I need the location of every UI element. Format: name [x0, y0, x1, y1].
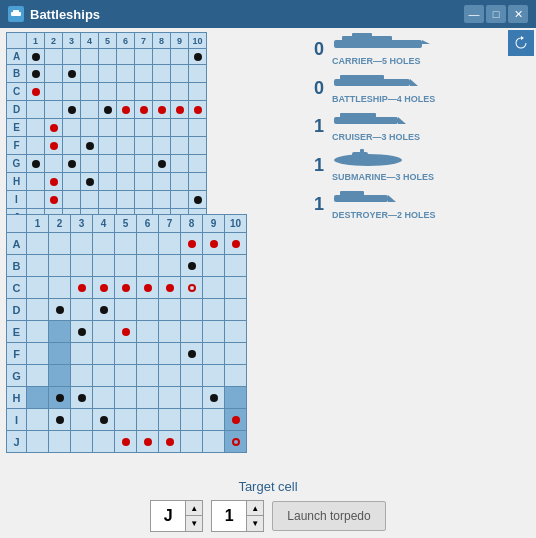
app-icon: [8, 6, 24, 22]
window-title: Battleships: [30, 7, 100, 22]
carrier-count: 0: [314, 39, 328, 60]
launch-torpedo-button[interactable]: Launch torpedo: [272, 501, 385, 531]
minimize-button[interactable]: —: [464, 5, 484, 23]
carrier-label: CARRIER—5 HOLES: [332, 56, 432, 66]
cruiser-count: 1: [314, 116, 328, 137]
target-cell-label: Target cell: [238, 479, 297, 494]
target-controls-row: ▲ ▼ ▲ ▼ Launch torpedo: [150, 500, 385, 532]
title-bar-left: Battleships: [8, 6, 100, 22]
svg-rect-14: [360, 149, 364, 154]
reload-button[interactable]: [508, 30, 534, 56]
col-input[interactable]: [212, 501, 246, 531]
window: Battleships — □ ✕ 0: [0, 0, 536, 538]
svg-rect-4: [352, 33, 372, 38]
reload-icon: [513, 35, 529, 51]
player-board: 1 2 3 4 5 6 7 8 9 10 A: [6, 32, 207, 227]
svg-marker-17: [388, 195, 396, 202]
row-input[interactable]: [151, 501, 185, 531]
destroyer-ship: DESTROYER—2 HOLES: [332, 188, 436, 220]
close-button[interactable]: ✕: [508, 5, 528, 23]
svg-marker-11: [398, 117, 406, 124]
row-up-button[interactable]: ▲: [186, 501, 202, 516]
destroyer-label: DESTROYER—2 HOLES: [332, 210, 436, 220]
col-up-button[interactable]: ▲: [247, 501, 263, 516]
battleship-ship: BATTLESHIP—4 HOLES: [332, 72, 435, 104]
col-spinner-buttons: ▲ ▼: [246, 501, 263, 531]
svg-rect-1: [13, 10, 19, 13]
svg-rect-10: [340, 113, 376, 119]
submarine-count: 1: [314, 155, 328, 176]
bottom-controls: Target cell ▲ ▼ ▲ ▼: [0, 479, 536, 532]
destroyer-count: 1: [314, 194, 328, 215]
row-down-button[interactable]: ▼: [186, 516, 202, 531]
maximize-button[interactable]: □: [486, 5, 506, 23]
title-bar-controls: — □ ✕: [464, 5, 528, 23]
svg-rect-16: [340, 191, 364, 197]
row-spinner-buttons: ▲ ▼: [185, 501, 202, 531]
svg-marker-5: [422, 40, 430, 44]
battleship-count: 0: [314, 78, 328, 99]
col-spinner: ▲ ▼: [211, 500, 264, 532]
enemy-board: 1 2 3 4 5 6 7 8 9 10 A: [6, 214, 247, 453]
battleship-label: BATTLESHIP—4 HOLES: [332, 94, 435, 104]
svg-rect-13: [352, 152, 368, 160]
submarine-ship: SUBMARINE—3 HOLES: [332, 148, 434, 182]
submarine-label: SUBMARINE—3 HOLES: [332, 172, 434, 182]
title-bar: Battleships — □ ✕: [0, 0, 536, 28]
legend: 0 CARRIER—5 HOLES 0: [314, 32, 504, 226]
cruiser-ship: CRUISER—3 HOLES: [332, 110, 420, 142]
svg-rect-7: [340, 75, 384, 81]
col-down-button[interactable]: ▼: [247, 516, 263, 531]
svg-marker-8: [410, 79, 418, 86]
cruiser-label: CRUISER—3 HOLES: [332, 132, 420, 142]
row-spinner: ▲ ▼: [150, 500, 203, 532]
carrier-ship: CARRIER—5 HOLES: [332, 32, 432, 66]
